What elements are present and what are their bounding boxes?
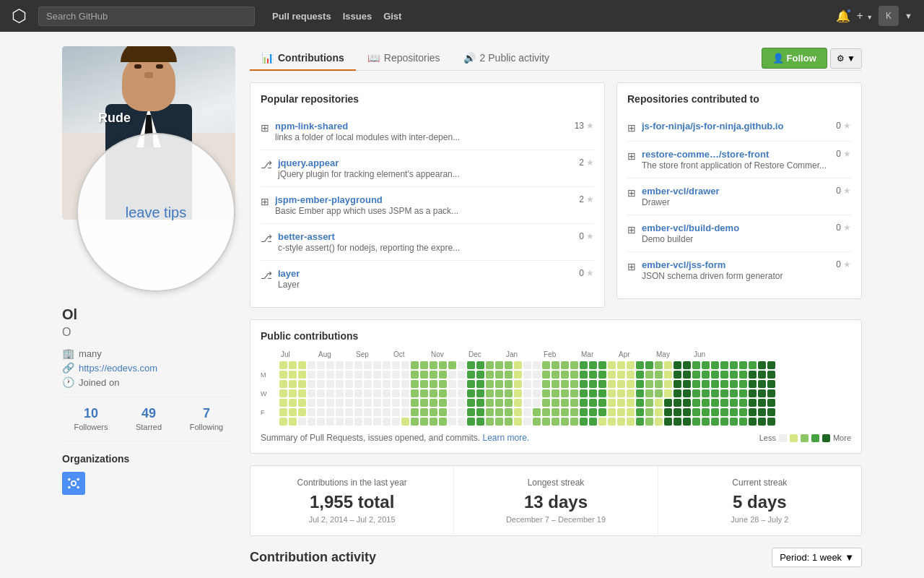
organizations-title: Organizations (62, 453, 235, 465)
day-cell (430, 399, 437, 407)
tab-contributions[interactable]: 📊 Contributions (250, 46, 356, 71)
ionic-org-avatar[interactable] (62, 472, 85, 495)
contributed-repos-title: Repositories contributed to (627, 93, 851, 105)
week-col (758, 361, 766, 426)
popular-repos-col: Popular repositories ⊞ npm-link-shared l… (250, 82, 605, 308)
repo-name-1[interactable]: jquery.appear (278, 158, 573, 168)
learn-more-link[interactable]: Learn more. (482, 433, 529, 443)
chevron-down-icon: ▼ (845, 552, 854, 563)
contrib-repo-name-2[interactable]: ember-vcl/drawer (642, 186, 830, 197)
week-col (598, 361, 606, 426)
day-cell (683, 380, 691, 388)
day-cell (505, 371, 513, 379)
contrib-repo-desc-2: Drawer (642, 197, 670, 207)
day-cell (589, 418, 597, 426)
following-stat[interactable]: 7 Following (178, 406, 235, 432)
day-cell (664, 361, 672, 369)
day-cell (655, 380, 663, 388)
week-col (514, 361, 522, 426)
followers-stat[interactable]: 10 Followers (62, 406, 120, 432)
period-button[interactable]: Period: 1 week ▼ (772, 548, 862, 567)
notifications-button[interactable]: 🔔 (836, 9, 850, 23)
gist-link[interactable]: Gist (383, 11, 401, 22)
contrib-repo-name-3[interactable]: ember-vcl/build-demo (642, 223, 830, 233)
tab-repositories[interactable]: 📖 Repositories (356, 46, 452, 71)
day-cell (401, 371, 409, 379)
repo-name-4[interactable]: layer (278, 268, 573, 279)
following-label: Following (190, 423, 223, 431)
company-name: many (79, 348, 102, 359)
day-cell (411, 389, 419, 397)
day-cell (505, 389, 513, 397)
repo-name-0[interactable]: npm-link-shared (275, 121, 569, 131)
day-cell (420, 380, 428, 388)
day-cell (767, 399, 775, 407)
repo-info-4: layer Layer (278, 268, 573, 290)
contrib-repo-icon-2: ⊞ (627, 187, 636, 199)
week-col (730, 361, 738, 426)
day-cell (598, 380, 606, 388)
day-cell (627, 399, 635, 407)
navbar: ⬡ Pull requests Issues Gist 🔔 + ▼ K ▼ (0, 0, 924, 32)
contrib-repo-stars-2: 0 ★ (836, 186, 851, 196)
day-cell (702, 418, 710, 426)
clock-icon: 🕐 (62, 376, 74, 388)
week-col (692, 361, 700, 426)
day-cell (739, 408, 747, 416)
tab-public-activity[interactable]: 🔊 2 Public activity (452, 46, 561, 71)
contrib-repo-name-0[interactable]: js-for-ninja/js-for-ninja.github.io (642, 121, 830, 131)
day-cell (317, 389, 325, 397)
starred-stat[interactable]: 49 Starred (120, 406, 178, 432)
day-cell (552, 380, 559, 388)
week-col (336, 361, 344, 426)
day-cell (683, 361, 691, 369)
plus-button[interactable]: + ▼ (856, 9, 873, 22)
day-cell (392, 418, 400, 426)
day-cell (458, 380, 466, 388)
company-meta: 🏢 many (62, 348, 235, 359)
avatar-dropdown-button[interactable]: ▼ (905, 12, 912, 20)
repo-stars-4: 0 ★ (579, 268, 594, 278)
week-col (664, 361, 672, 426)
website-link[interactable]: https://eodevs.com (79, 363, 157, 374)
day-cell (392, 380, 400, 388)
contrib-repo-name-4[interactable]: ember-vcl/jss-form (642, 259, 830, 270)
day-cell (617, 380, 625, 388)
starred-label: Starred (136, 423, 162, 431)
repo-name-3[interactable]: better-assert (278, 231, 573, 242)
day-cell (636, 418, 644, 426)
navbar-right: 🔔 + ▼ K ▼ (836, 6, 912, 26)
longest-streak-value: 13 days (466, 492, 645, 512)
repos-section: Popular repositories ⊞ npm-link-shared l… (250, 82, 862, 308)
repo-item-0: ⊞ npm-link-shared links a folder of loca… (261, 113, 594, 150)
day-cell (758, 389, 766, 397)
day-cell (439, 361, 447, 369)
day-cell (720, 399, 728, 407)
day-cell (354, 361, 362, 369)
issues-link[interactable]: Issues (343, 11, 372, 22)
day-cell (401, 389, 409, 397)
search-input[interactable] (38, 7, 255, 26)
day-cell (589, 380, 597, 388)
pull-requests-link[interactable]: Pull requests (272, 11, 331, 22)
day-cell (476, 399, 484, 407)
day-cell (720, 371, 728, 379)
day-cell (448, 361, 456, 369)
day-cell (383, 361, 391, 369)
week-col (495, 361, 503, 426)
contributions-stats-label: Contributions in the last year (262, 478, 442, 488)
day-cell (730, 361, 738, 369)
day-cell (645, 361, 653, 369)
longest-streak-card: Longest streak 13 days December 7 – Dece… (454, 466, 658, 535)
day-cell (767, 389, 775, 397)
day-cell (392, 361, 400, 369)
day-cell (430, 408, 437, 416)
repo-name-2[interactable]: jspm-ember-playground (275, 194, 573, 205)
day-cell (458, 361, 466, 369)
contrib-repo-name-1[interactable]: restore-comme…/store-front (642, 149, 830, 160)
day-cell (289, 380, 297, 388)
follow-button[interactable]: 👤 Follow (762, 48, 827, 69)
day-cell (749, 361, 757, 369)
repo-stars-3: 0 ★ (579, 231, 594, 241)
settings-button[interactable]: ⚙ ▼ (830, 48, 862, 69)
